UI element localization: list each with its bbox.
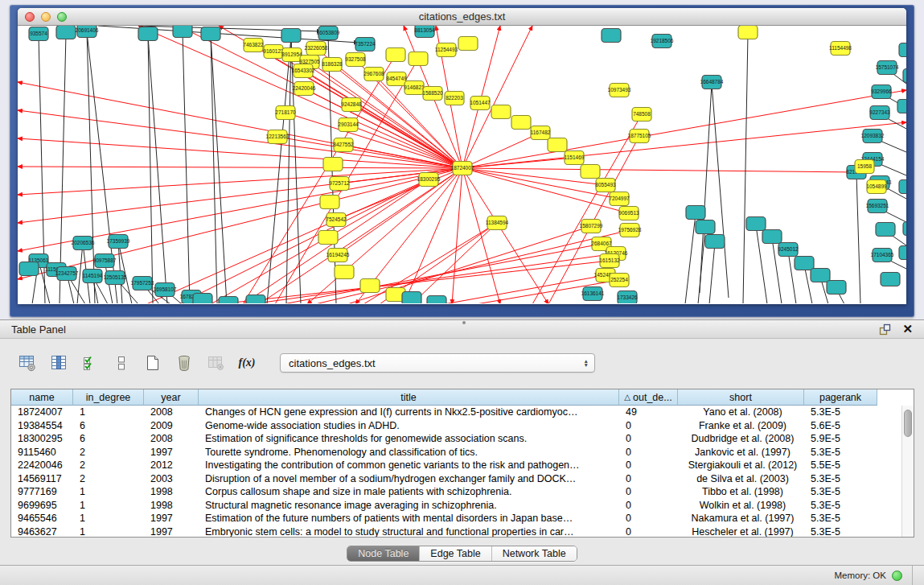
graph-edge[interactable] bbox=[412, 223, 497, 303]
graph-node[interactable]: 1588520 bbox=[422, 87, 443, 101]
column-header-out_de[interactable]: △out_de... bbox=[619, 389, 678, 406]
tab-node-table[interactable]: Node Table bbox=[347, 546, 419, 561]
delete-rows-icon[interactable] bbox=[173, 352, 195, 374]
graph-node[interactable]: 2903144 bbox=[338, 118, 359, 132]
graph-node[interactable]: 1051447 bbox=[470, 97, 491, 110]
graph-node[interactable]: 15807299 bbox=[580, 220, 603, 233]
show-column-icon[interactable] bbox=[47, 352, 70, 374]
graph-edge[interactable] bbox=[709, 243, 715, 303]
table-row[interactable]: 1872400712008Changes of HCN gene express… bbox=[11, 406, 914, 419]
table-row[interactable]: 977716911998Corpus callosum shape and si… bbox=[11, 485, 914, 499]
graph-node[interactable]: 12505135 bbox=[104, 271, 127, 285]
graph-node[interactable] bbox=[602, 29, 621, 43]
column-header-short[interactable]: short bbox=[678, 389, 804, 406]
graph-node[interactable]: 7524542 bbox=[326, 213, 347, 227]
graph-node[interactable]: 23226058 bbox=[305, 42, 328, 56]
graph-node[interactable] bbox=[360, 279, 380, 293]
graph-node[interactable] bbox=[246, 295, 265, 304]
graph-node[interactable]: 16648784 bbox=[700, 76, 724, 89]
graph-node[interactable]: 17359939 bbox=[107, 235, 130, 249]
table-row[interactable]: 1456911722003Disruption of a novel membe… bbox=[11, 472, 914, 486]
table-row[interactable]: 2242004622012Investigating the contribut… bbox=[11, 459, 914, 472]
graph-node[interactable] bbox=[738, 26, 758, 39]
scrollbar-thumb[interactable] bbox=[904, 410, 912, 437]
graph-node[interactable]: 7204997 bbox=[609, 192, 630, 206]
column-header-year[interactable]: year bbox=[144, 389, 199, 406]
graph-edge[interactable] bbox=[856, 174, 860, 303]
network-table-select[interactable]: citations_edges.txt ▲▼ bbox=[280, 353, 595, 373]
graph-edge[interactable] bbox=[18, 167, 462, 168]
graph-node[interactable] bbox=[827, 281, 846, 295]
graph-node[interactable]: 7357224 bbox=[355, 38, 376, 51]
graph-edge[interactable] bbox=[685, 214, 696, 303]
graph-node[interactable] bbox=[281, 29, 301, 43]
graph-node[interactable]: 7463822 bbox=[243, 39, 264, 52]
graph-node[interactable] bbox=[903, 69, 906, 83]
graph-node[interactable] bbox=[318, 231, 338, 245]
graph-node[interactable] bbox=[219, 297, 238, 304]
tab-edge-table[interactable]: Edge Table bbox=[419, 546, 491, 561]
graph-node[interactable] bbox=[491, 105, 511, 119]
graph-edge[interactable] bbox=[462, 168, 500, 303]
graph-node[interactable] bbox=[548, 138, 567, 152]
graph-node[interactable] bbox=[811, 269, 830, 282]
graph-node[interactable]: 1167482 bbox=[531, 126, 551, 140]
graph-edge[interactable] bbox=[18, 168, 462, 195]
graph-node[interactable]: 1145194 bbox=[83, 270, 103, 283]
vertical-scrollbar[interactable] bbox=[901, 406, 914, 537]
graph-node[interactable]: 822203 bbox=[445, 92, 464, 105]
graph-edge[interactable] bbox=[444, 275, 606, 303]
graph-node[interactable] bbox=[696, 220, 715, 234]
graph-edge[interactable] bbox=[211, 35, 217, 303]
graph-node[interactable] bbox=[193, 294, 212, 304]
graph-node[interactable]: 16136141 bbox=[581, 287, 605, 301]
graph-node[interactable]: 19218506 bbox=[651, 35, 674, 48]
graph-node[interactable]: 8186328 bbox=[322, 58, 343, 72]
graph-node[interactable] bbox=[876, 223, 895, 237]
function-builder-icon[interactable]: f(x) bbox=[236, 352, 258, 374]
graph-node[interactable]: 9227343 bbox=[869, 106, 890, 120]
graph-edge[interactable] bbox=[211, 35, 227, 303]
graph-node[interactable]: 9329966 bbox=[871, 85, 892, 99]
graph-node[interactable] bbox=[746, 217, 766, 231]
new-table-icon[interactable] bbox=[142, 352, 164, 374]
graph-node[interactable] bbox=[56, 26, 76, 39]
graph-edge[interactable] bbox=[700, 84, 712, 293]
graph-node[interactable]: 252254 bbox=[610, 274, 629, 287]
graph-node[interactable]: 16958107 bbox=[154, 283, 177, 297]
table-row[interactable]: 946362711997Embryonic stem cells: a mode… bbox=[11, 525, 914, 538]
graph-edge[interactable] bbox=[462, 133, 540, 168]
close-panel-icon[interactable]: ✕ bbox=[902, 323, 913, 335]
graph-node[interactable] bbox=[173, 26, 192, 38]
column-header-name[interactable]: name bbox=[11, 389, 73, 406]
graph-edge[interactable] bbox=[183, 32, 190, 303]
graph-edge[interactable] bbox=[148, 35, 167, 303]
column-header-title[interactable]: title bbox=[199, 389, 619, 406]
graph-node[interactable] bbox=[320, 196, 339, 209]
graph-node[interactable]: 1151469 bbox=[565, 151, 585, 165]
graph-node[interactable]: 8427552 bbox=[333, 138, 354, 152]
panel-divider-grip[interactable] bbox=[462, 321, 466, 324]
graph-node[interactable]: 16543302 bbox=[292, 64, 315, 78]
graph-node[interactable]: 22420046 bbox=[293, 82, 316, 96]
graph-node[interactable]: 9069513 bbox=[618, 207, 639, 220]
graph-node[interactable]: 11384594 bbox=[486, 216, 509, 230]
graph-edge[interactable] bbox=[267, 37, 291, 303]
graph-node[interactable] bbox=[19, 262, 39, 276]
graph-node[interactable]: 90975887 bbox=[93, 254, 117, 268]
graph-node[interactable]: 19756928 bbox=[618, 224, 642, 237]
graph-edge[interactable] bbox=[712, 84, 729, 298]
graph-node[interactable]: 1733426 bbox=[617, 291, 638, 304]
column-header-in_degree[interactable]: in_degree bbox=[73, 389, 144, 406]
network-canvas[interactable]: 9355742069140616053809735722488130541921… bbox=[18, 26, 906, 303]
graph-edge[interactable] bbox=[743, 34, 748, 303]
graph-node[interactable] bbox=[138, 27, 158, 41]
graph-node[interactable] bbox=[899, 246, 906, 260]
graph-node[interactable]: 2967608 bbox=[363, 68, 384, 81]
graph-node[interactable]: 17104365 bbox=[871, 249, 894, 262]
graph-node[interactable] bbox=[762, 230, 782, 244]
table-row[interactable]: 1938455462009Genome-wide association stu… bbox=[11, 419, 914, 433]
graph-node[interactable] bbox=[386, 48, 405, 62]
graph-node[interactable]: 9245012 bbox=[778, 243, 799, 257]
graph-node[interactable] bbox=[335, 266, 354, 279]
